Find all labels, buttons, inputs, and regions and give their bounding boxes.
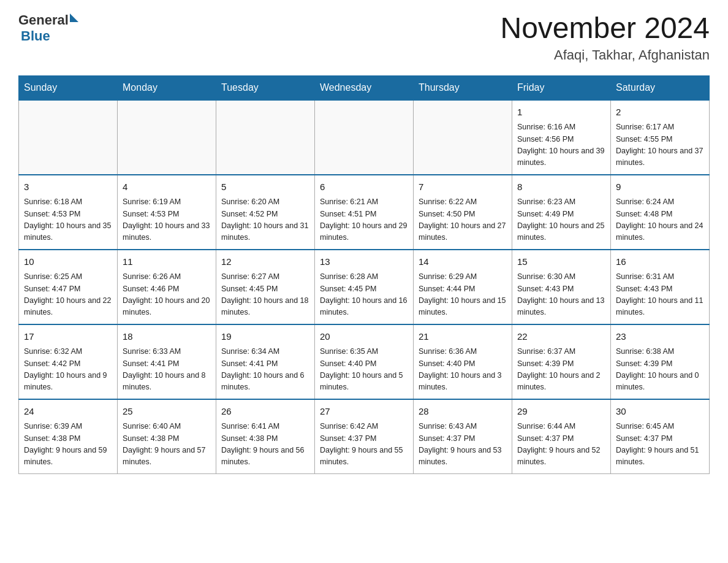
day-info: Sunrise: 6:32 AMSunset: 4:42 PMDaylight:… [24,346,112,394]
week-row: 24Sunrise: 6:39 AMSunset: 4:38 PMDayligh… [19,399,710,474]
calendar-cell: 16Sunrise: 6:31 AMSunset: 4:43 PMDayligh… [611,250,710,324]
day-of-week-header: Monday [118,75,216,100]
calendar-cell: 10Sunrise: 6:25 AMSunset: 4:47 PMDayligh… [19,250,118,324]
day-of-week-header: Wednesday [315,75,414,100]
day-number: 5 [221,180,309,194]
week-row: 10Sunrise: 6:25 AMSunset: 4:47 PMDayligh… [19,250,710,324]
day-info: Sunrise: 6:36 AMSunset: 4:40 PMDaylight:… [419,346,507,394]
calendar-cell: 17Sunrise: 6:32 AMSunset: 4:42 PMDayligh… [19,324,118,399]
day-info: Sunrise: 6:45 AMSunset: 4:37 PMDaylight:… [616,421,704,469]
day-info: Sunrise: 6:39 AMSunset: 4:38 PMDaylight:… [24,421,112,469]
calendar-cell: 18Sunrise: 6:33 AMSunset: 4:41 PMDayligh… [118,324,216,399]
day-info: Sunrise: 6:20 AMSunset: 4:52 PMDaylight:… [221,196,309,244]
day-number: 22 [517,330,605,344]
calendar-cell: 20Sunrise: 6:35 AMSunset: 4:40 PMDayligh… [315,324,414,399]
calendar-cell [216,100,315,175]
calendar-title: November 2024 [500,12,710,45]
day-of-week-header: Tuesday [216,75,315,100]
day-number: 26 [221,405,309,419]
day-number: 10 [24,255,112,269]
day-info: Sunrise: 6:44 AMSunset: 4:37 PMDaylight:… [517,421,605,469]
day-info: Sunrise: 6:16 AMSunset: 4:56 PMDaylight:… [517,121,605,169]
calendar-cell: 9Sunrise: 6:24 AMSunset: 4:48 PMDaylight… [611,175,710,250]
calendar-cell: 29Sunrise: 6:44 AMSunset: 4:37 PMDayligh… [512,399,611,474]
calendar-cell: 12Sunrise: 6:27 AMSunset: 4:45 PMDayligh… [216,250,315,324]
day-number: 25 [123,405,211,419]
logo-blue-text: Blue [21,28,78,44]
day-info: Sunrise: 6:30 AMSunset: 4:43 PMDaylight:… [517,271,605,319]
calendar-cell: 23Sunrise: 6:38 AMSunset: 4:39 PMDayligh… [611,324,710,399]
calendar-cell: 7Sunrise: 6:22 AMSunset: 4:50 PMDaylight… [414,175,512,250]
day-info: Sunrise: 6:25 AMSunset: 4:47 PMDaylight:… [24,271,112,319]
day-number: 9 [616,180,704,194]
day-of-week-header: Friday [512,75,611,100]
day-number: 23 [616,330,704,344]
day-info: Sunrise: 6:43 AMSunset: 4:37 PMDaylight:… [419,421,507,469]
calendar-cell: 3Sunrise: 6:18 AMSunset: 4:53 PMDaylight… [19,175,118,250]
day-of-week-header: Saturday [611,75,710,100]
day-info: Sunrise: 6:38 AMSunset: 4:39 PMDaylight:… [616,346,704,394]
calendar-cell [19,100,118,175]
day-info: Sunrise: 6:35 AMSunset: 4:40 PMDaylight:… [320,346,408,394]
day-number: 2 [616,105,704,120]
calendar-cell: 21Sunrise: 6:36 AMSunset: 4:40 PMDayligh… [414,324,512,399]
day-number: 19 [221,330,309,344]
calendar-cell: 13Sunrise: 6:28 AMSunset: 4:45 PMDayligh… [315,250,414,324]
day-info: Sunrise: 6:19 AMSunset: 4:53 PMDaylight:… [123,196,211,244]
day-number: 4 [123,180,211,194]
calendar-cell: 24Sunrise: 6:39 AMSunset: 4:38 PMDayligh… [19,399,118,474]
calendar-cell [315,100,414,175]
day-number: 18 [123,330,211,344]
day-info: Sunrise: 6:26 AMSunset: 4:46 PMDaylight:… [123,271,211,319]
day-info: Sunrise: 6:40 AMSunset: 4:38 PMDaylight:… [123,421,211,469]
day-number: 12 [221,255,309,269]
day-of-week-header: Thursday [414,75,512,100]
logo: General Blue [18,12,78,44]
calendar-cell: 11Sunrise: 6:26 AMSunset: 4:46 PMDayligh… [118,250,216,324]
day-number: 11 [123,255,211,269]
day-number: 15 [517,255,605,269]
calendar-cell: 6Sunrise: 6:21 AMSunset: 4:51 PMDaylight… [315,175,414,250]
day-of-week-header: Sunday [19,75,118,100]
calendar-cell: 30Sunrise: 6:45 AMSunset: 4:37 PMDayligh… [611,399,710,474]
day-info: Sunrise: 6:18 AMSunset: 4:53 PMDaylight:… [24,196,112,244]
day-number: 1 [517,105,605,120]
day-info: Sunrise: 6:28 AMSunset: 4:45 PMDaylight:… [320,271,408,319]
calendar-cell: 22Sunrise: 6:37 AMSunset: 4:39 PMDayligh… [512,324,611,399]
day-number: 16 [616,255,704,269]
calendar-cell: 2Sunrise: 6:17 AMSunset: 4:55 PMDaylight… [611,100,710,175]
calendar-cell: 8Sunrise: 6:23 AMSunset: 4:49 PMDaylight… [512,175,611,250]
day-info: Sunrise: 6:31 AMSunset: 4:43 PMDaylight:… [616,271,704,319]
day-info: Sunrise: 6:24 AMSunset: 4:48 PMDaylight:… [616,196,704,244]
day-number: 24 [24,405,112,419]
logo-general-text: General [18,12,69,28]
day-number: 13 [320,255,408,269]
day-info: Sunrise: 6:27 AMSunset: 4:45 PMDaylight:… [221,271,309,319]
calendar-cell: 25Sunrise: 6:40 AMSunset: 4:38 PMDayligh… [118,399,216,474]
day-info: Sunrise: 6:17 AMSunset: 4:55 PMDaylight:… [616,121,704,169]
day-number: 30 [616,405,704,419]
day-number: 3 [24,180,112,194]
day-info: Sunrise: 6:42 AMSunset: 4:37 PMDaylight:… [320,421,408,469]
day-number: 14 [419,255,507,269]
day-number: 17 [24,330,112,344]
calendar-cell: 28Sunrise: 6:43 AMSunset: 4:37 PMDayligh… [414,399,512,474]
day-info: Sunrise: 6:21 AMSunset: 4:51 PMDaylight:… [320,196,408,244]
day-number: 21 [419,330,507,344]
week-row: 17Sunrise: 6:32 AMSunset: 4:42 PMDayligh… [19,324,710,399]
week-row: 3Sunrise: 6:18 AMSunset: 4:53 PMDaylight… [19,175,710,250]
day-number: 8 [517,180,605,194]
calendar-header-row: SundayMondayTuesdayWednesdayThursdayFrid… [19,75,710,100]
logo-triangle-icon [70,13,78,22]
calendar-subtitle: Afaqi, Takhar, Afghanistan [500,47,710,63]
calendar-cell: 4Sunrise: 6:19 AMSunset: 4:53 PMDaylight… [118,175,216,250]
calendar-cell: 1Sunrise: 6:16 AMSunset: 4:56 PMDaylight… [512,100,611,175]
day-number: 28 [419,405,507,419]
page-header: General Blue November 2024 Afaqi, Takhar… [18,12,710,63]
day-info: Sunrise: 6:23 AMSunset: 4:49 PMDaylight:… [517,196,605,244]
day-number: 6 [320,180,408,194]
day-info: Sunrise: 6:34 AMSunset: 4:41 PMDaylight:… [221,346,309,394]
day-number: 27 [320,405,408,419]
calendar-cell: 19Sunrise: 6:34 AMSunset: 4:41 PMDayligh… [216,324,315,399]
week-row: 1Sunrise: 6:16 AMSunset: 4:56 PMDaylight… [19,100,710,175]
